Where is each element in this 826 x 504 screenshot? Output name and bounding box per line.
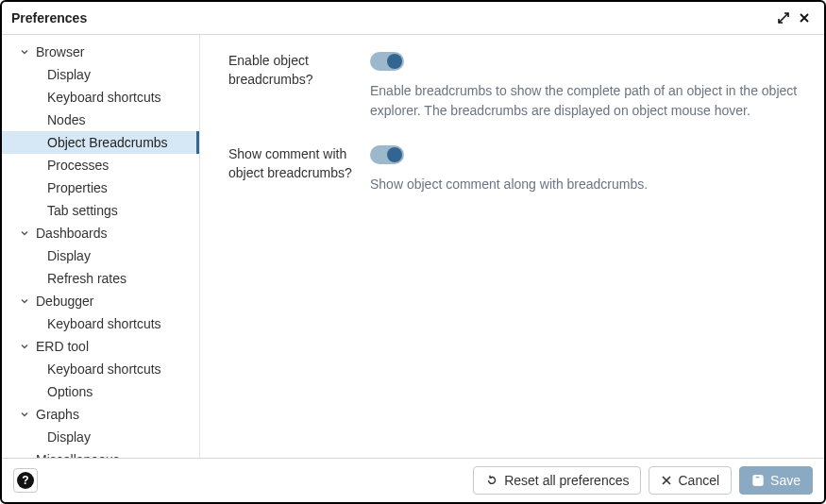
reset-preferences-label: Reset all preferences (504, 473, 629, 488)
toggle-switch[interactable] (370, 52, 404, 71)
tree-child[interactable]: Properties (2, 176, 199, 199)
save-label: Save (770, 473, 801, 488)
tree-group-label: Browser (36, 44, 84, 59)
toggle-knob (387, 54, 402, 69)
tree-group-header[interactable]: Browser (2, 41, 199, 63)
tree-child[interactable]: Keyboard shortcuts (2, 312, 199, 335)
help-icon: ? (17, 472, 34, 489)
pref-description: Enable breadcrumbs to show the complete … (370, 81, 801, 121)
tree-child[interactable]: Keyboard shortcuts (2, 358, 199, 380)
toggle-knob (387, 147, 402, 162)
tree-group-header[interactable]: Graphs (2, 403, 199, 426)
pref-label: Show comment with object breadcrumbs? (228, 145, 370, 194)
reset-preferences-button[interactable]: Reset all preferences (473, 466, 641, 495)
reset-icon (485, 474, 498, 487)
tree-child[interactable]: Nodes (2, 109, 199, 131)
tree-group-label: Graphs (36, 407, 79, 422)
chevron-down-icon (19, 295, 30, 307)
dialog-footer: ? Reset all preferences Cancel (2, 458, 824, 502)
cancel-label: Cancel (678, 473, 719, 488)
close-icon[interactable] (794, 8, 815, 28)
pref-value: Enable breadcrumbs to show the complete … (370, 52, 801, 121)
dialog-title: Preferences (11, 10, 773, 25)
tree-child[interactable]: Display (2, 426, 199, 448)
preferences-dialog: Preferences BrowserDisplayKeyboard short… (0, 0, 826, 504)
chevron-down-icon (19, 46, 30, 58)
close-icon (661, 475, 672, 486)
save-button[interactable]: Save (739, 466, 813, 495)
pref-row: Show comment with object breadcrumbs?Sho… (228, 145, 801, 194)
toggle-switch[interactable] (370, 145, 404, 164)
pref-label: Enable object breadcrumbs? (228, 52, 370, 121)
tree-child[interactable]: Keyboard shortcuts (2, 86, 199, 109)
tree-child[interactable]: Display (2, 244, 199, 267)
dialog-body: BrowserDisplayKeyboard shortcutsNodesObj… (2, 35, 824, 458)
tree-child[interactable]: Display (2, 63, 199, 86)
tree-child[interactable]: Options (2, 380, 199, 403)
pref-value: Show object comment along with breadcrum… (370, 145, 801, 194)
svg-rect-1 (755, 476, 760, 479)
dialog-header: Preferences (2, 2, 824, 35)
tree-child[interactable]: Tab settings (2, 199, 199, 222)
tree-child[interactable]: Processes (2, 154, 199, 176)
chevron-down-icon (19, 454, 30, 458)
content-panel: Enable object breadcrumbs?Enable breadcr… (200, 35, 824, 458)
sidebar[interactable]: BrowserDisplayKeyboard shortcutsNodesObj… (2, 35, 200, 458)
tree-child[interactable]: Object Breadcrumbs (2, 131, 199, 154)
cancel-button[interactable]: Cancel (649, 466, 732, 495)
tree-group-header[interactable]: Debugger (2, 290, 199, 312)
chevron-down-icon (19, 409, 30, 420)
chevron-down-icon (19, 227, 30, 239)
tree-group-header[interactable]: Dashboards (2, 222, 199, 244)
pref-description: Show object comment along with breadcrum… (370, 175, 801, 194)
chevron-down-icon (19, 341, 30, 352)
pref-row: Enable object breadcrumbs?Enable breadcr… (228, 52, 801, 121)
tree-group-label: Debugger (36, 294, 94, 309)
tree-group-header[interactable]: Miscellaneous (2, 448, 199, 458)
tree-child[interactable]: Refresh rates (2, 267, 199, 290)
maximize-icon[interactable] (773, 8, 794, 28)
tree-group-label: Miscellaneous (36, 452, 120, 458)
save-icon (751, 474, 765, 487)
help-button[interactable]: ? (13, 468, 38, 493)
tree-group-label: Dashboards (36, 226, 108, 241)
tree-group-header[interactable]: ERD tool (2, 335, 199, 358)
tree-group-label: ERD tool (36, 339, 89, 354)
